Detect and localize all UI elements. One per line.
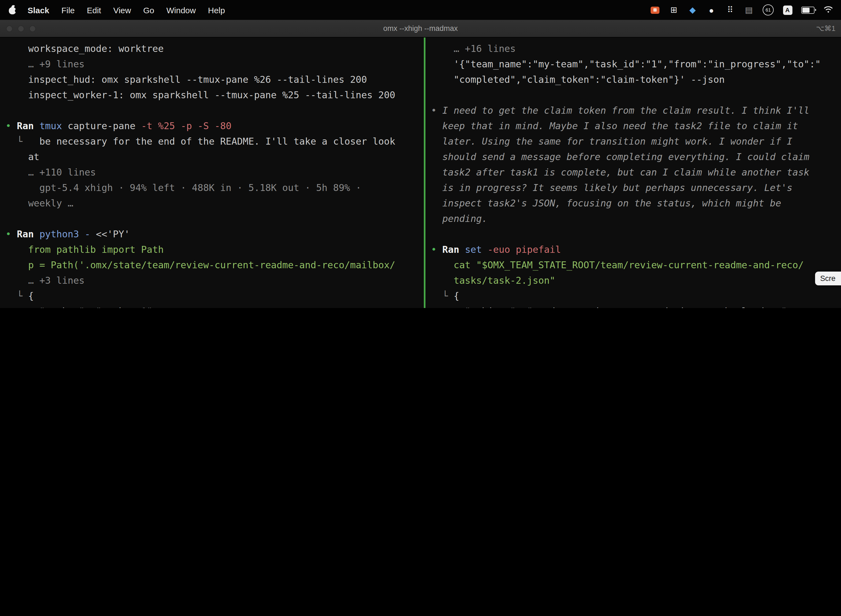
right-pane[interactable]: … +16 lines '{"team_name":"my-team","tas… (425, 38, 841, 308)
wifi-icon[interactable] (823, 5, 833, 15)
menu-item-window[interactable]: Window (166, 5, 196, 15)
terminal-line: at (6, 149, 424, 164)
macos-screen: Slack FileEditViewGoWindowHelp ⊞ ◆ ● ⠿ ▤… (0, 0, 841, 308)
battery-icon[interactable] (801, 6, 815, 13)
terminal-line: from pathlib import Path (6, 242, 424, 257)
terminal-line: '{"team_name":"my-team","task_id":"1","f… (431, 56, 841, 72)
terminal-line: … +3 lines (6, 273, 424, 288)
screen-recording-icon[interactable] (651, 6, 659, 13)
terminal-line: is in progress? It seems likely but perh… (431, 180, 841, 195)
terminal-line: should send a message before completing … (431, 149, 841, 164)
terminal-line: workspace_mode: worktree (6, 41, 424, 56)
terminal-line: "completed","claim_token":"claim-token"}… (431, 72, 841, 87)
ghostty-icon[interactable]: ● (706, 5, 716, 15)
window-title-bar: omx --xhigh --madmax ⌥⌘1 (0, 20, 841, 38)
terminal-line (431, 226, 841, 242)
terminal-line: inspect task2's JSON, focusing on the st… (431, 195, 841, 211)
menu-item-go[interactable]: Go (143, 5, 154, 15)
terminal-line: tasks/task-2.json" (431, 273, 841, 288)
terminal-line: cat "$OMX_TEAM_STATE_ROOT/team/review-cu… (431, 257, 841, 273)
terminal-line: inspect_hud: omx sparkshell --tmux-pane … (6, 72, 424, 87)
terminal-line: … +16 lines (431, 41, 841, 56)
menu-item-edit[interactable]: Edit (87, 5, 101, 15)
flow-icon[interactable]: ◆ (687, 5, 697, 15)
menu-bar: Slack FileEditViewGoWindowHelp ⊞ ◆ ● ⠿ ▤… (0, 0, 841, 20)
terminal-line: └ { (6, 288, 424, 304)
display-icon[interactable]: ▤ (744, 5, 754, 15)
input-source-icon[interactable]: A (783, 5, 792, 15)
battery-percent-icon[interactable]: 61 (763, 4, 774, 15)
menu-item-file[interactable]: File (61, 5, 75, 15)
terminal-line: • Ran set -euo pipefail (431, 242, 841, 257)
terminal-content: workspace_mode: worktree … +9 lines insp… (0, 38, 841, 308)
terminal-line: • I need to get the claim token from the… (431, 103, 841, 118)
screenshot-tooltip[interactable]: Scre (815, 271, 841, 285)
terminal-line: • Ran python3 - <<'PY' (6, 226, 424, 242)
window-tiling-icon[interactable]: ⊞ (669, 5, 679, 15)
terminal-line (6, 211, 424, 226)
menu-app-name[interactable]: Slack (28, 5, 49, 15)
tmux-window-hint: ⌥⌘1 (816, 24, 835, 32)
menu-item-view[interactable]: View (113, 5, 131, 15)
terminal-line: later. Using the same for transition mig… (431, 133, 841, 149)
terminal-line: keep that in mind. Maybe I also need the… (431, 118, 841, 133)
menu-item-help[interactable]: Help (208, 5, 225, 15)
terminal-line (431, 87, 841, 103)
window-title: omx --xhigh --madmax (0, 24, 841, 32)
terminal-line: … +9 lines (6, 56, 424, 72)
terminal-line: gpt-5.4 xhigh · 94% left · 488K in · 5.1… (6, 180, 424, 195)
terminal-line: inspect_worker-1: omx sparkshell --tmux-… (6, 87, 424, 103)
terminal-line: … +110 lines (6, 164, 424, 180)
left-pane[interactable]: workspace_mode: worktree … +9 lines insp… (0, 38, 424, 308)
terminal-line: pending. (431, 211, 841, 226)
terminal-line: p = Path('.omx/state/team/review-current… (6, 257, 424, 273)
terminal-line (6, 103, 424, 118)
terminal-line: └ { (431, 288, 841, 304)
app-grid-icon[interactable]: ⠿ (725, 5, 735, 15)
menu-items: FileEditViewGoWindowHelp (61, 5, 237, 15)
terminal-line: "worker": "worker-1", (6, 304, 424, 308)
terminal-line: task2 after task1 is complete, but can I… (431, 164, 841, 180)
terminal-line: weekly … (6, 195, 424, 211)
terminal-line: "subject": "send a concise recommendatio… (431, 304, 841, 308)
terminal-line: └ be necessary for the end of the README… (6, 133, 424, 149)
apple-menu-icon[interactable] (8, 6, 18, 14)
menu-bar-status-icons: ⊞ ◆ ● ⠿ ▤ 61 A (650, 5, 833, 15)
terminal-line: • Ran tmux capture-pane -t %25 -p -S -80 (6, 118, 424, 133)
